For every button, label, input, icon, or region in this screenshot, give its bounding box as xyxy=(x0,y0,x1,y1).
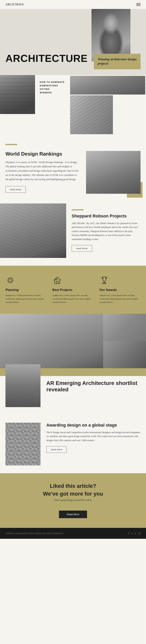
ar-image-top-right xyxy=(103,314,146,341)
liked-section: Liked this article? We've got more for y… xyxy=(0,473,146,528)
liked-read-more-button[interactable]: Read More xyxy=(59,510,87,518)
liked-subheading: We've got more for you xyxy=(6,491,140,497)
nav-logo: ARCH NEWS xyxy=(6,3,24,6)
ar-tall-image xyxy=(6,364,40,407)
ar-images-right xyxy=(103,314,146,368)
liked-heading: Liked this article? xyxy=(6,483,140,489)
feature-awards-body: Sample text. Lorem ipsum dolor sit amet,… xyxy=(100,294,140,304)
sheppard-text: Sheppard Robson Projects ABU DHABI - By … xyxy=(66,204,146,258)
feature-projects: Best Projects Sample text. Lorem ipsum d… xyxy=(52,276,94,304)
facebook-icon[interactable]: f xyxy=(128,532,130,535)
svg-marker-2 xyxy=(54,277,60,284)
ar-section: AR Emerging Architecture shortlist revea… xyxy=(0,314,146,415)
world-design-section: World Design Rankings Olympics is to spo… xyxy=(0,145,146,200)
building-twisted xyxy=(70,95,113,134)
feature-planning-title: Planning xyxy=(6,288,46,292)
building-right-images xyxy=(69,75,146,134)
awarding-text: Awarding design on a global stage The K … xyxy=(46,423,140,466)
building-brutalist xyxy=(0,75,35,114)
building-row-bottom xyxy=(70,95,145,134)
hero-title: ARCHITECTURE xyxy=(6,53,88,64)
sheppard-stripe xyxy=(72,209,83,210)
ar-image-bottom-right xyxy=(103,341,146,368)
building-abstract xyxy=(70,76,145,94)
hamburger-menu[interactable] xyxy=(136,3,140,6)
navbar: ARCH NEWS xyxy=(0,0,146,9)
awarding-image xyxy=(6,423,40,466)
footer: Architecture should speak of its time an… xyxy=(0,528,146,539)
awarding-read-more[interactable]: read more xyxy=(46,446,67,453)
feature-planning-body: Sample text. Lorem ipsum dolor sit amet,… xyxy=(6,294,46,304)
hero-tagline: Winning architecture design projects xyxy=(94,54,140,69)
ar-image-left xyxy=(0,314,103,368)
hero-section: ARCHITECTURE Winning architecture design… xyxy=(0,9,146,75)
world-design-heading: World Design Rankings xyxy=(6,151,80,157)
ar-content: AR Emerging Architecture shortlist revea… xyxy=(0,376,146,415)
linkedin-icon[interactable]: in xyxy=(138,532,140,535)
world-design-read-more[interactable]: read more xyxy=(6,186,26,193)
hero-tagline-text: Winning architecture design projects xyxy=(98,57,137,66)
building-navigation: HOW TO NOMINATE NOMINATIONS VOTING WINNE… xyxy=(35,75,69,134)
buildings-section: HOW TO NOMINATE NOMINATIONS VOTING WINNE… xyxy=(0,75,146,138)
svg-rect-5 xyxy=(103,283,106,284)
nav-item-nominations[interactable]: NOMINATIONS xyxy=(40,84,65,87)
world-design-photo xyxy=(86,151,140,194)
house-icon xyxy=(52,276,62,285)
awarding-body: The K Design Award and Competition invit… xyxy=(46,430,140,442)
youtube-icon[interactable]: y xyxy=(135,532,136,535)
trophy-icon xyxy=(100,276,109,285)
building-left-image xyxy=(0,75,35,114)
feature-awards: Our Awards Sample text. Lorem ipsum dolo… xyxy=(100,276,140,304)
feature-planning: Planning Sample text. Lorem ipsum dolor … xyxy=(6,276,46,304)
ar-text: AR Emerging Architecture shortlist revea… xyxy=(46,376,140,407)
world-design-image xyxy=(86,151,140,194)
liked-body: Share good design around the world. xyxy=(6,498,140,502)
world-design-body: Olympics is to sports, as WOR - World De… xyxy=(6,160,80,182)
building-row-top xyxy=(70,76,145,94)
nav-item-how[interactable]: HOW TO NOMINATE xyxy=(40,81,65,83)
svg-point-0 xyxy=(9,279,12,282)
nav-item-voting[interactable]: VOTING xyxy=(40,88,65,90)
ar-heading: AR Emerging Architecture shortlist revea… xyxy=(46,380,140,393)
feature-awards-title: Our Awards xyxy=(100,288,140,292)
gear-icon xyxy=(6,276,15,285)
footer-text: Architecture should speak of its time an… xyxy=(6,532,64,535)
awarding-heading: Awarding design on a global stage xyxy=(46,423,140,428)
world-design-text: World Design Rankings Olympics is to spo… xyxy=(6,151,80,194)
features-section: Planning Sample text. Lorem ipsum dolor … xyxy=(0,266,146,314)
sheppard-body: ABU DHABI - By 2025, Abu Dhabi's Masdar … xyxy=(72,221,140,241)
feature-projects-title: Best Projects xyxy=(52,288,94,292)
sheppard-read-more[interactable]: read more xyxy=(72,245,92,252)
nav-item-winners[interactable]: WINNERS xyxy=(40,92,65,94)
awarding-section: Awarding design on a global stage The K … xyxy=(0,415,146,473)
sheppard-photo xyxy=(0,204,66,258)
sheppard-section: Sheppard Robson Projects ABU DHABI - By … xyxy=(0,200,146,266)
sheppard-image xyxy=(0,204,66,258)
footer-social-icons: f t y in xyxy=(128,532,140,535)
sheppard-heading: Sheppard Robson Projects xyxy=(72,214,140,218)
ar-images xyxy=(0,314,146,368)
twitter-icon[interactable]: t xyxy=(132,532,132,535)
svg-rect-3 xyxy=(56,281,58,284)
feature-projects-body: Sample text. Lorem ipsum dolor sit amet,… xyxy=(52,294,94,304)
